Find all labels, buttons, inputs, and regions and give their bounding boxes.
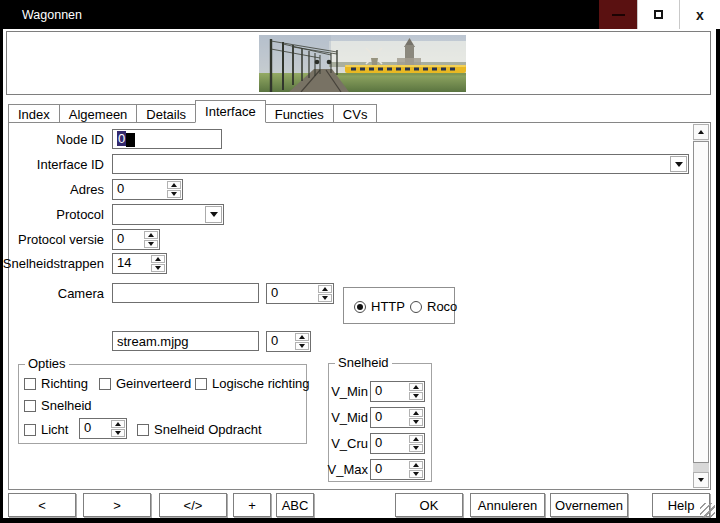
protocol-dropdown-button[interactable] bbox=[205, 206, 222, 223]
camera-index-spinner[interactable]: 0 bbox=[266, 283, 334, 304]
protocol-versie-spin-down-button[interactable] bbox=[144, 240, 158, 248]
radio-roco[interactable]: Roco bbox=[410, 299, 457, 314]
stream-index-spin-up-button[interactable] bbox=[295, 333, 309, 341]
checkbox-snelheid[interactable]: Snelheid bbox=[24, 398, 92, 413]
resize-grip[interactable] bbox=[700, 503, 715, 518]
checkbox-icon bbox=[195, 378, 207, 390]
next-button[interactable]: > bbox=[83, 493, 151, 517]
v-min-label: V_Min bbox=[331, 384, 368, 399]
licht-spinner[interactable]: 0 bbox=[79, 418, 127, 439]
camera-input[interactable] bbox=[112, 283, 259, 303]
checkbox-snelheid-opdracht[interactable]: Snelheid Opdracht bbox=[137, 422, 262, 437]
opties-group: Opties Richting Geinverteerd Logische ri… bbox=[18, 364, 307, 444]
checkbox-geinverteerd[interactable]: Geinverteerd bbox=[99, 376, 191, 391]
arrow-down-icon bbox=[413, 420, 419, 424]
snelheidstrappen-spinner[interactable]: 14 bbox=[112, 253, 167, 274]
v-min-spinner[interactable]: 0 bbox=[370, 381, 425, 402]
tab-algemeen[interactable]: Algemeen bbox=[59, 104, 138, 123]
prev-button[interactable]: < bbox=[8, 493, 76, 517]
v-mid-label: V_Mid bbox=[331, 410, 368, 425]
checkbox-logische-richting[interactable]: Logische richting bbox=[195, 376, 310, 391]
close-button[interactable]: x bbox=[679, 0, 720, 29]
tab-functies[interactable]: Functies bbox=[265, 104, 334, 123]
tab-cvs[interactable]: CVs bbox=[333, 104, 378, 123]
arrow-up-icon bbox=[155, 257, 161, 261]
snelheidstrappen-spin-down-button[interactable] bbox=[151, 264, 165, 272]
interface-tab-panel: Node ID Interface ID Adres Protocol Prot… bbox=[8, 122, 711, 490]
v-max-spin-up-button[interactable] bbox=[409, 461, 423, 469]
arrow-down-icon bbox=[698, 478, 704, 482]
protocol-versie-spin-up-button[interactable] bbox=[144, 231, 158, 239]
v-mid-spinner[interactable]: 0 bbox=[370, 407, 425, 428]
v-min-spin-down-button[interactable] bbox=[409, 392, 423, 400]
adres-spin-up-button[interactable] bbox=[167, 181, 181, 189]
checkbox-licht[interactable]: Licht bbox=[24, 422, 68, 437]
adres-spinner[interactable]: 0 bbox=[112, 179, 183, 200]
v-max-label: V_Max bbox=[328, 462, 368, 477]
scrollbar-track[interactable] bbox=[693, 463, 709, 472]
node-id-input[interactable]: 0 bbox=[112, 129, 222, 149]
checkbox-richting[interactable]: Richting bbox=[24, 376, 88, 391]
v-max-spinner[interactable]: 0 bbox=[370, 459, 425, 480]
code-button[interactable]: </> bbox=[159, 493, 227, 517]
adres-spin-down-button[interactable] bbox=[167, 190, 181, 198]
arrow-down-icon bbox=[148, 242, 154, 246]
licht-spin-up-button[interactable] bbox=[111, 420, 125, 428]
scrollbar-up-button[interactable] bbox=[693, 124, 709, 140]
v-min-spin-up-button[interactable] bbox=[409, 383, 423, 391]
arrow-down-icon bbox=[413, 472, 419, 476]
add-button[interactable]: + bbox=[233, 493, 271, 517]
camera-index-spin-up-button[interactable] bbox=[318, 285, 332, 293]
tab-details[interactable]: Details bbox=[136, 104, 196, 123]
arrow-up-icon bbox=[299, 335, 305, 339]
v-min-value: 0 bbox=[371, 382, 409, 401]
camera-index-spin-down-button[interactable] bbox=[318, 294, 332, 302]
v-mid-spin-up-button[interactable] bbox=[409, 409, 423, 417]
protocol-label: Protocol bbox=[56, 207, 104, 222]
tab-interface[interactable]: Interface bbox=[195, 100, 266, 123]
ok-button[interactable]: OK bbox=[395, 493, 463, 517]
v-cru-spin-up-button[interactable] bbox=[409, 435, 423, 443]
arrow-up-icon bbox=[115, 422, 121, 426]
protocol-versie-label: Protocol versie bbox=[18, 232, 104, 247]
vertical-scrollbar[interactable] bbox=[693, 124, 709, 488]
arrow-up-icon bbox=[413, 463, 419, 467]
opties-group-title: Opties bbox=[25, 356, 69, 371]
interface-id-label: Interface ID bbox=[37, 157, 104, 172]
v-cru-spinner[interactable]: 0 bbox=[370, 433, 425, 454]
v-max-value: 0 bbox=[371, 460, 409, 479]
scrollbar-down-button[interactable] bbox=[693, 472, 709, 488]
stream-index-spin-down-button[interactable] bbox=[295, 342, 309, 350]
minimize-button[interactable] bbox=[599, 0, 637, 29]
stream-index-spinner[interactable]: 0 bbox=[266, 331, 311, 352]
checkbox-logische-richting-label: Logische richting bbox=[212, 376, 310, 391]
v-cru-spin-down-button[interactable] bbox=[409, 444, 423, 452]
train-photo bbox=[259, 35, 466, 92]
close-icon: x bbox=[696, 7, 704, 23]
stream-index-value: 0 bbox=[267, 332, 295, 351]
abc-button[interactable]: ABC bbox=[276, 493, 314, 517]
annuleren-button[interactable]: Annuleren bbox=[470, 493, 545, 517]
maximize-button[interactable] bbox=[637, 0, 679, 29]
chevron-down-icon bbox=[675, 162, 683, 167]
protocol-combobox[interactable] bbox=[112, 204, 224, 225]
arrow-down-icon bbox=[171, 192, 177, 196]
checkbox-geinverteerd-label: Geinverteerd bbox=[116, 376, 191, 391]
checkbox-licht-label: Licht bbox=[41, 422, 68, 437]
stream-input[interactable] bbox=[112, 331, 259, 351]
radio-http-label: HTTP bbox=[371, 299, 405, 314]
wagonnen-dialog: Wagonnen x bbox=[0, 0, 720, 523]
scrollbar-thumb[interactable] bbox=[693, 141, 709, 463]
tab-index[interactable]: Index bbox=[8, 104, 60, 123]
overnemen-button[interactable]: Overnemen bbox=[550, 493, 628, 517]
v-max-spin-down-button[interactable] bbox=[409, 470, 423, 478]
interface-id-combobox[interactable] bbox=[112, 154, 689, 174]
interface-id-dropdown-button[interactable] bbox=[670, 156, 687, 172]
v-mid-spin-down-button[interactable] bbox=[409, 418, 423, 426]
checkbox-icon bbox=[24, 424, 36, 436]
checkbox-snelheid-label: Snelheid bbox=[41, 398, 92, 413]
licht-spin-down-button[interactable] bbox=[111, 429, 125, 437]
snelheidstrappen-spin-up-button[interactable] bbox=[151, 255, 165, 263]
radio-http[interactable]: HTTP bbox=[354, 299, 405, 314]
protocol-versie-spinner[interactable]: 0 bbox=[112, 229, 160, 250]
